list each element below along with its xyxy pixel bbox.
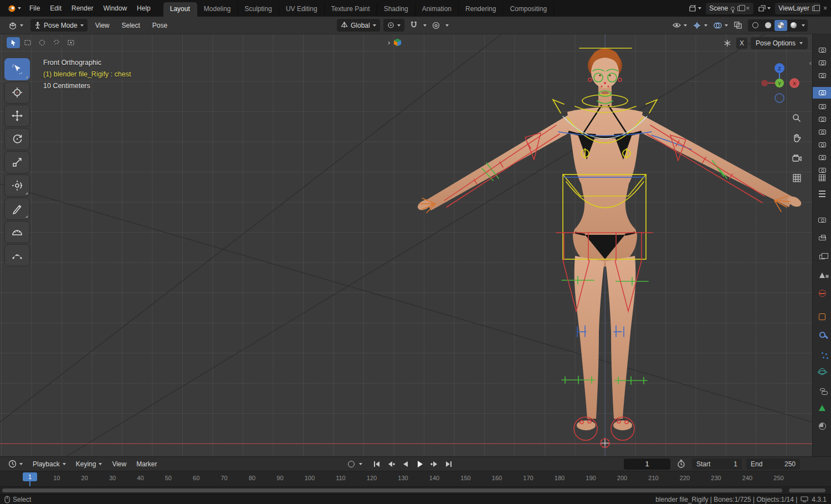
pin-icon[interactable]	[731, 7, 735, 11]
tab-sculpting[interactable]: Sculpting	[238, 2, 279, 17]
camera-view-button[interactable]	[790, 151, 803, 164]
outliner-item[interactable]	[813, 44, 831, 56]
outliner-item[interactable]	[813, 101, 831, 112]
show-gizmo-toggle[interactable]	[691, 19, 703, 32]
blender-menu-button[interactable]	[3, 4, 24, 13]
select-tweak-button[interactable]	[7, 37, 20, 48]
outliner-item[interactable]	[813, 152, 831, 163]
tab-texture-paint[interactable]: Texture Paint	[325, 2, 377, 17]
menu-render[interactable]: Render	[66, 2, 98, 15]
properties-tab-world[interactable]	[813, 287, 831, 299]
play-reverse-button[interactable]	[399, 459, 412, 470]
previous-keyframe-button[interactable]	[384, 459, 397, 470]
play-button[interactable]	[413, 459, 426, 470]
viewport-3d[interactable]: Front Orthographic (1) blender file_Rigi…	[0, 34, 812, 456]
select-extend-button[interactable]	[64, 37, 78, 48]
pivot-point-selector[interactable]	[383, 19, 404, 32]
properties-tab-output[interactable]	[813, 233, 831, 244]
jump-to-end-button[interactable]	[442, 459, 455, 470]
end-frame-field[interactable]: End 250	[746, 459, 800, 470]
outliner-item[interactable]	[813, 139, 831, 151]
remove-viewlayer-icon[interactable]: ×	[823, 5, 828, 12]
timeline-editor-type-button[interactable]	[4, 457, 27, 470]
outliner-filter[interactable]	[813, 172, 831, 183]
outliner-item-selected[interactable]	[813, 87, 831, 99]
jump-to-start-button[interactable]	[370, 459, 383, 470]
tab-rendering[interactable]: Rendering	[459, 2, 503, 17]
clear-axis-button[interactable]: X	[736, 38, 747, 49]
rotate-tool[interactable]	[4, 128, 30, 150]
shading-solid-button[interactable]	[762, 20, 774, 31]
character-model[interactable]	[416, 48, 803, 430]
new-scene-icon[interactable]	[737, 6, 742, 11]
horizontal-scrollbar[interactable]	[2, 488, 782, 492]
select-lasso-button[interactable]	[50, 37, 63, 48]
properties-tab-viewlayer[interactable]	[813, 251, 831, 263]
viewlayer-browse-button[interactable]	[756, 4, 773, 13]
navigation-gizmo[interactable]: Z X Y	[758, 62, 801, 104]
tab-compositing[interactable]: Compositing	[503, 2, 554, 17]
shading-wireframe-button[interactable]	[749, 20, 762, 31]
bone-shape-lines[interactable]	[0, 34, 812, 456]
breakdowner-tool[interactable]	[4, 244, 30, 266]
object-visibility-toggle[interactable]	[670, 19, 683, 32]
shading-material-button[interactable]	[774, 20, 787, 31]
proportional-options-chevron-icon[interactable]	[445, 24, 449, 27]
pan-button[interactable]	[790, 131, 803, 145]
menu-help[interactable]: Help	[132, 2, 156, 15]
new-viewlayer-icon[interactable]	[812, 6, 817, 11]
outliner-item[interactable]	[813, 70, 831, 81]
menu-pose[interactable]: Pose	[148, 19, 172, 32]
menu-window[interactable]: Window	[98, 2, 132, 15]
chevron-down-icon[interactable]	[684, 24, 687, 27]
pose-options-dropdown[interactable]: Pose Options	[751, 37, 808, 49]
asset-breadcrumb[interactable]: ›	[388, 38, 402, 47]
tab-shading[interactable]: Shading	[377, 2, 416, 17]
zoom-button[interactable]	[790, 111, 803, 125]
measure-tool[interactable]	[4, 221, 30, 243]
current-frame-field[interactable]: 1	[624, 459, 670, 470]
playhead[interactable]: 1	[23, 472, 37, 481]
keying-set-chevron-icon[interactable]	[359, 463, 362, 465]
scene-browse-button[interactable]	[686, 4, 704, 13]
toggle-perspective-button[interactable]	[790, 171, 803, 184]
menu-timeline-view[interactable]: View	[108, 458, 130, 470]
orientation-selector[interactable]: Global	[337, 19, 380, 32]
outliner-item[interactable]	[813, 126, 831, 138]
mirror-toggle[interactable]	[722, 38, 733, 49]
shading-rendered-button[interactable]	[787, 20, 800, 31]
properties-tab-data[interactable]	[813, 402, 831, 414]
menu-edit[interactable]: Edit	[45, 2, 66, 15]
frame-ruler[interactable]: 1102030405060708090100110120130140150160…	[27, 475, 784, 481]
tab-animation[interactable]: Animation	[416, 2, 459, 17]
snap-toggle[interactable]	[408, 19, 420, 32]
show-overlays-toggle[interactable]	[711, 19, 724, 32]
editor-type-button[interactable]	[4, 19, 27, 32]
transform-tool[interactable]	[4, 174, 30, 197]
tab-layout[interactable]: Layout	[163, 2, 197, 17]
tab-modeling[interactable]: Modeling	[197, 2, 238, 17]
tab-uv-editing[interactable]: UV Editing	[279, 2, 325, 17]
move-tool[interactable]	[4, 105, 30, 127]
next-keyframe-button[interactable]	[428, 459, 440, 470]
proportional-edit-toggle[interactable]	[430, 19, 442, 32]
timeline-ruler[interactable]: 1102030405060708090100110120130140150160…	[0, 471, 831, 486]
use-preview-range-toggle[interactable]	[675, 459, 688, 470]
scrollbar-zoom-handle[interactable]	[789, 488, 825, 492]
unlink-scene-icon[interactable]: ×	[745, 5, 750, 12]
properties-tab-modifiers[interactable]	[813, 329, 831, 341]
menu-playback[interactable]: Playback	[29, 458, 70, 470]
sidebar-collapse-arrow[interactable]: ‹	[809, 59, 812, 67]
scene-name-field[interactable]: Scene ×	[706, 3, 753, 14]
menu-select[interactable]: Select	[117, 19, 145, 32]
properties-tab-render[interactable]	[813, 214, 831, 226]
chevron-down-icon[interactable]	[725, 24, 728, 27]
viewlayer-name-field[interactable]: ViewLayer	[775, 3, 820, 14]
menu-keying[interactable]: Keying	[72, 458, 106, 470]
start-frame-field[interactable]: Start 1	[692, 459, 742, 470]
properties-tab-physics[interactable]	[813, 366, 831, 377]
outliner-item[interactable]	[813, 114, 831, 125]
auto-keying-toggle[interactable]	[345, 459, 357, 470]
menu-marker[interactable]: Marker	[132, 458, 161, 470]
menu-file[interactable]: File	[24, 2, 45, 15]
